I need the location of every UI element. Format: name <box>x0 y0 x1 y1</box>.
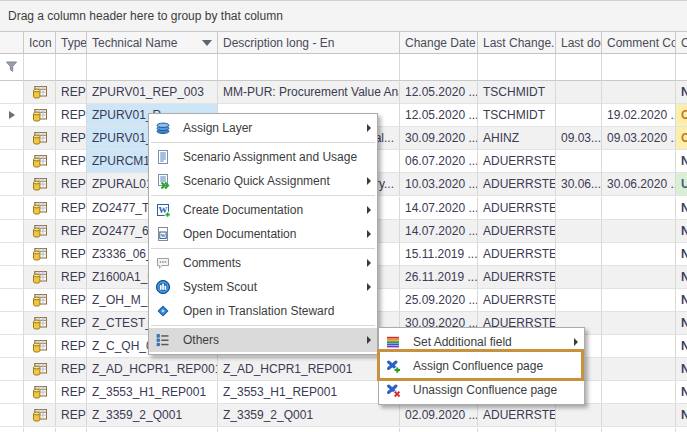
cell-comment[interactable] <box>602 312 676 335</box>
cell-technical-name[interactable]: Z_3359_2_Q001 <box>87 404 218 427</box>
cell-type[interactable]: REP <box>56 358 87 381</box>
cell-last-change[interactable]: ADUERRSTE... <box>478 266 556 289</box>
filter-cell-col-description[interactable] <box>218 54 400 81</box>
col-description[interactable]: Description long - En <box>218 32 400 54</box>
cell-row-indicator[interactable] <box>0 150 24 173</box>
col-last-change[interactable]: Last Change... <box>478 32 556 54</box>
cell-change-date[interactable] <box>400 428 478 432</box>
cell-last-change[interactable]: ADUERRSTE... <box>478 173 556 196</box>
cell-status[interactable]: N <box>676 197 687 220</box>
cell-type[interactable]: REP <box>56 243 87 266</box>
cell-row-indicator[interactable] <box>0 404 24 427</box>
cell-last-doc[interactable] <box>556 81 602 104</box>
context-menu-item-comments[interactable]: Comments <box>149 251 377 275</box>
row-indicator-header[interactable] <box>0 32 24 54</box>
cell-type[interactable]: REP <box>56 312 87 335</box>
cell-status[interactable]: N <box>676 358 687 381</box>
cell-change-date[interactable]: 25.09.2020 ... <box>400 289 478 312</box>
cell-description[interactable]: Z_AD_HCPR1_REP001 <box>218 358 400 381</box>
filter-cell-col-last-change[interactable] <box>478 54 556 81</box>
cell-comment[interactable]: 19.02.2020 ... <box>602 104 676 127</box>
cell-last-doc[interactable] <box>556 150 602 173</box>
cell-technical-name[interactable]: Z_AD_HCPR1_REP001 <box>87 358 218 381</box>
cell-change-date[interactable]: 14.07.2020 ... <box>400 220 478 243</box>
cell-status[interactable]: O <box>676 104 687 127</box>
cell-comment[interactable] <box>602 404 676 427</box>
context-menu-item-open-documentation[interactable]: wOpen Documentation <box>149 222 377 246</box>
cell-comment[interactable] <box>602 428 676 432</box>
cell-icon[interactable] <box>24 104 56 127</box>
cell-icon[interactable] <box>24 428 56 432</box>
col-comment[interactable]: Comment Co... <box>602 32 676 54</box>
cell-row-indicator[interactable] <box>0 289 24 312</box>
cell-last-doc[interactable] <box>556 289 602 312</box>
cell-last-change[interactable] <box>478 428 556 432</box>
cell-type[interactable]: REP <box>56 197 87 220</box>
cell-status[interactable]: N <box>676 266 687 289</box>
filter-button-cell[interactable] <box>0 54 24 81</box>
cell-row-indicator[interactable] <box>0 381 24 404</box>
col-type[interactable]: Type <box>56 32 87 54</box>
cell-status[interactable]: N <box>676 243 687 266</box>
cell-change-date[interactable]: 02.09.2020 ... <box>400 404 478 427</box>
cell-status[interactable]: N <box>676 81 687 104</box>
cell-comment[interactable] <box>602 358 676 381</box>
context-menu-item-create-documentation[interactable]: WCreate Documentation <box>149 198 377 222</box>
context-menu-item-others[interactable]: Others <box>149 328 377 352</box>
col-last-doc[interactable]: Last doc. <box>556 32 602 54</box>
cell-type[interactable]: REP <box>56 404 87 427</box>
cell-row-indicator[interactable] <box>0 173 24 196</box>
filter-cell-col-icon[interactable] <box>24 54 56 81</box>
submenu-item-unassign-confluence-page[interactable]: Unassign Confluence page <box>379 378 584 402</box>
cell-type[interactable]: REP <box>56 81 87 104</box>
cell-type[interactable]: REP <box>56 289 87 312</box>
cell-icon[interactable] <box>24 150 56 173</box>
filter-cell-col-comment[interactable] <box>602 54 676 81</box>
cell-row-indicator[interactable] <box>0 104 24 127</box>
cell-status[interactable]: U <box>676 173 687 196</box>
context-menu-item-system-scout[interactable]: System Scout <box>149 275 377 299</box>
cell-icon[interactable] <box>24 173 56 196</box>
filter-cell-col-type[interactable] <box>56 54 87 81</box>
cell-type[interactable]: REP <box>56 173 87 196</box>
cell-last-doc[interactable] <box>556 404 602 427</box>
cell-comment[interactable] <box>602 81 676 104</box>
cell-icon[interactable] <box>24 358 56 381</box>
cell-type[interactable]: REP <box>56 266 87 289</box>
cell-change-date[interactable]: 06.07.2020 ... <box>400 150 478 173</box>
cell-type[interactable] <box>56 428 87 432</box>
cell-row-indicator[interactable] <box>0 127 24 150</box>
cell-row-indicator[interactable] <box>0 81 24 104</box>
cell-status[interactable]: N <box>676 289 687 312</box>
cell-row-indicator[interactable] <box>0 197 24 220</box>
cell-change-date[interactable]: 15.11.2019 ... <box>400 243 478 266</box>
cell-last-change[interactable]: TSCHMIDT <box>478 104 556 127</box>
cell-row-indicator[interactable] <box>0 266 24 289</box>
cell-comment[interactable] <box>602 243 676 266</box>
cell-comment[interactable] <box>602 381 676 404</box>
cell-type[interactable]: REP <box>56 127 87 150</box>
col-c[interactable]: C <box>676 32 687 54</box>
cell-last-doc[interactable]: 30.06.... <box>556 173 602 196</box>
cell-comment[interactable]: 09.03.2020 ... <box>602 127 676 150</box>
context-menu-item-scenario-assignment-and-usage[interactable]: Scenario Assignment and Usage <box>149 145 377 169</box>
cell-status[interactable]: N <box>676 404 687 427</box>
cell-row-indicator[interactable] <box>0 428 24 432</box>
cell-last-change[interactable]: ADUERRSTE... <box>478 289 556 312</box>
cell-status[interactable]: N <box>676 335 687 358</box>
cell-change-date[interactable]: 30.09.2020 ... <box>400 127 478 150</box>
cell-row-indicator[interactable] <box>0 312 24 335</box>
filter-cell-col-technical-name[interactable] <box>87 54 218 81</box>
cell-icon[interactable] <box>24 243 56 266</box>
cell-last-doc[interactable]: 09.03.... <box>556 127 602 150</box>
cell-last-change[interactable]: AHINZ <box>478 127 556 150</box>
cell-description[interactable]: Z_3553_H1_REP001 <box>218 381 400 404</box>
cell-row-indicator[interactable] <box>0 335 24 358</box>
cell-status[interactable] <box>676 428 687 432</box>
cell-last-change[interactable]: ADUERRSTE... <box>478 197 556 220</box>
cell-status[interactable]: N <box>676 150 687 173</box>
cell-icon[interactable] <box>24 312 56 335</box>
cell-comment[interactable] <box>602 150 676 173</box>
cell-status[interactable]: N <box>676 312 687 335</box>
cell-status[interactable]: O <box>676 127 687 150</box>
